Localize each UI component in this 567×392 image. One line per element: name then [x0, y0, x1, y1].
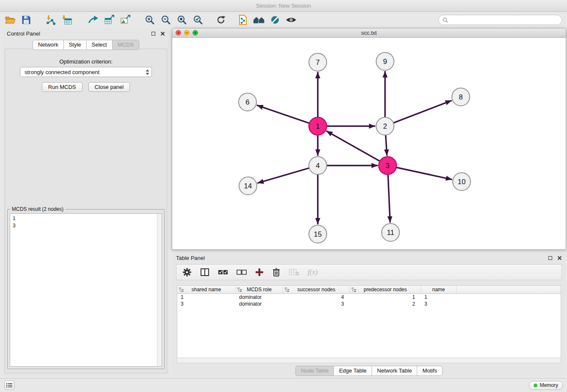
graph-edge-3-11[interactable]	[388, 174, 390, 223]
floppy-disk-icon	[21, 15, 31, 25]
graph-edge-3-10[interactable]	[396, 168, 452, 180]
tab-node-table[interactable]: Node Table	[295, 366, 334, 376]
table-settings-button[interactable]	[182, 268, 192, 277]
cell-successor-nodes[interactable]: 4	[283, 294, 350, 301]
tab-motifs[interactable]: Motifs	[417, 366, 443, 376]
zoom-in-button[interactable]	[143, 13, 157, 27]
float-panel-icon[interactable]	[151, 32, 155, 36]
zoom-out-button[interactable]	[159, 13, 173, 27]
close-window-button[interactable]	[176, 30, 181, 36]
add-row-button[interactable]	[255, 268, 264, 276]
column-visibility-button[interactable]	[200, 268, 209, 276]
cell-successor-nodes[interactable]: 3	[283, 301, 350, 307]
optimization-criterion-select[interactable]: strongly connected component	[20, 67, 152, 77]
cell-predecessor-nodes[interactable]: 1	[350, 294, 421, 301]
search-input[interactable]	[451, 17, 558, 23]
save-session-button[interactable]	[19, 13, 33, 27]
import-network-icon	[45, 14, 56, 25]
close-table-panel-icon[interactable]	[557, 256, 562, 260]
zoom-fit-button[interactable]	[175, 13, 189, 27]
minimize-window-button[interactable]	[184, 30, 190, 36]
column-header-successor-nodes[interactable]: successor nodes	[283, 286, 350, 293]
column-header-shared-name[interactable]: shared name	[177, 286, 236, 293]
tab-network[interactable]: Network	[33, 40, 64, 50]
delete-row-button[interactable]	[272, 268, 281, 277]
style-button[interactable]	[268, 13, 282, 27]
export-image-button[interactable]	[118, 13, 132, 27]
cell-shared-name[interactable]: 1	[177, 294, 236, 301]
zoom-window-button[interactable]	[193, 30, 198, 36]
graph-edge-2-3[interactable]	[385, 135, 387, 156]
graph-node-2[interactable]: 2	[376, 117, 394, 135]
import-network-button[interactable]	[44, 13, 58, 27]
graph-node-label: 2	[383, 122, 387, 130]
table-row[interactable]: 1 dominator 4 1 1	[177, 294, 561, 301]
window-titlebar: Session: New Session	[0, 0, 567, 12]
table-row[interactable]: 3 dominator 3 2 3	[177, 301, 561, 307]
zoom-selected-button[interactable]	[191, 13, 205, 27]
delete-table-button[interactable]	[289, 268, 299, 276]
tab-select[interactable]: Select	[87, 40, 113, 50]
import-table-button[interactable]	[60, 13, 74, 27]
float-table-panel-icon[interactable]	[548, 256, 552, 260]
network-window-titlebar[interactable]: scc.txt	[172, 28, 566, 38]
graph-edge-1-6[interactable]	[257, 105, 309, 124]
column-header-name[interactable]: name	[421, 286, 457, 293]
cell-name[interactable]: 1	[421, 294, 457, 301]
folder-icon	[5, 15, 16, 25]
tab-edge-table[interactable]: Edge Table	[334, 366, 372, 376]
network-from-selection-button[interactable]	[236, 13, 250, 27]
cell-shared-name[interactable]: 3	[177, 301, 236, 307]
cell-mcds-role[interactable]: dominator	[236, 294, 283, 301]
node-table[interactable]: shared name MCDS role successor	[177, 285, 561, 358]
graph-node-1[interactable]: 1	[309, 117, 327, 135]
graph-node-8[interactable]: 8	[452, 88, 470, 106]
export-table-button[interactable]	[102, 13, 116, 27]
cell-name[interactable]: 3	[421, 301, 457, 307]
memory-button[interactable]: Memory	[529, 381, 563, 390]
export-network-button[interactable]	[86, 13, 100, 27]
refresh-button[interactable]	[214, 13, 228, 27]
graph-node-9[interactable]: 9	[376, 52, 394, 70]
panel-toggle-button[interactable]	[4, 381, 14, 390]
column-header-mcds-role[interactable]: MCDS role	[236, 286, 283, 293]
graph-node-11[interactable]: 11	[382, 224, 399, 241]
hierarchy-icon	[179, 287, 184, 292]
graph-node-7[interactable]: 7	[309, 53, 327, 71]
graph-edge-2-8[interactable]	[394, 100, 452, 123]
export-table-icon	[104, 14, 115, 25]
deselect-all-button[interactable]	[237, 269, 247, 276]
result-scrollbar[interactable]	[157, 214, 162, 366]
graph-node-14[interactable]: 14	[239, 177, 257, 195]
graph-node-label: 14	[244, 182, 252, 190]
memory-label: Memory	[540, 382, 558, 388]
tab-mcds[interactable]: MCDS	[113, 40, 139, 50]
graph-node-15[interactable]: 15	[309, 225, 327, 243]
cell-predecessor-nodes[interactable]: 2	[350, 301, 421, 307]
run-mcds-button[interactable]: Run MCDS	[42, 82, 83, 92]
network-canvas[interactable]: 7968124314101511	[172, 38, 566, 249]
graph-edge-4-14[interactable]	[257, 168, 309, 183]
tab-network-table[interactable]: Network Table	[372, 366, 417, 376]
table-horizontal-scrollbar[interactable]	[177, 358, 561, 363]
function-builder-button[interactable]: f(x)	[308, 268, 318, 276]
graph-node-6[interactable]: 6	[239, 93, 256, 111]
select-all-button[interactable]	[218, 269, 228, 276]
first-neighbors-button[interactable]	[252, 13, 266, 27]
cell-mcds-role[interactable]: dominator	[236, 301, 283, 307]
graph-node-4[interactable]: 4	[309, 157, 327, 174]
graph-node-label: 11	[387, 229, 394, 237]
graph-node-10[interactable]: 10	[453, 173, 471, 190]
control-panel-header: Control Panel	[3, 28, 169, 39]
column-header-predecessor-nodes[interactable]: predecessor nodes	[350, 286, 421, 293]
network-graph[interactable]: 7968124314101511	[172, 38, 566, 249]
graph-node-3[interactable]: 3	[379, 157, 396, 174]
close-panel-icon[interactable]	[160, 31, 165, 36]
tab-style[interactable]: Style	[64, 40, 87, 50]
show-hide-button[interactable]	[284, 13, 298, 27]
graph-edge-3-1[interactable]	[326, 131, 380, 161]
search-box[interactable]	[438, 15, 562, 25]
close-panel-button[interactable]: Close panel	[88, 82, 130, 92]
mcds-result-list[interactable]: 1 3	[10, 213, 162, 367]
open-session-button[interactable]	[3, 13, 17, 27]
